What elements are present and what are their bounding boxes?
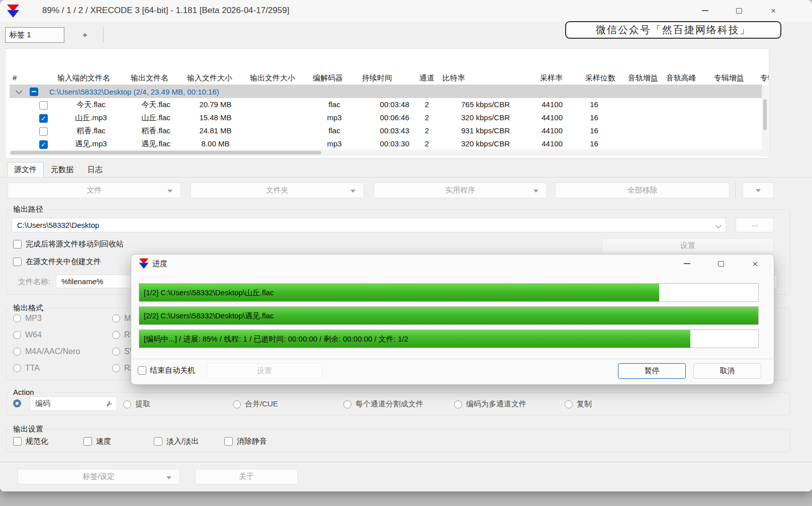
dialog-maximize-button[interactable]: [709, 256, 733, 272]
radio-unselected[interactable]: [13, 331, 21, 339]
action-option[interactable]: 编码为多通道文件: [454, 399, 526, 409]
panel-tab-1[interactable]: 源文件: [7, 162, 44, 178]
column-header[interactable]: 输入端的文件名: [54, 71, 128, 85]
format-option[interactable]: M: [112, 314, 131, 323]
radio-unselected[interactable]: [13, 314, 21, 322]
column-header[interactable]: 通道: [414, 71, 439, 85]
column-header[interactable]: 编解码器: [310, 71, 359, 85]
action-option[interactable]: 每个通道分割成文件: [343, 399, 423, 409]
table-row[interactable]: ✓遇见.mp3遇见.flac8.00 MBmp300:03:302320 kbp…: [10, 137, 762, 150]
row-checkbox[interactable]: [39, 101, 48, 110]
column-header[interactable]: 比特率: [439, 71, 515, 85]
about-button[interactable]: 关于: [195, 469, 298, 484]
toolbar-button-2[interactable]: 文件夹: [191, 183, 364, 198]
output-setting[interactable]: 淡入/淡出: [154, 437, 199, 446]
source-folder-checkbox[interactable]: [13, 258, 22, 266]
column-header[interactable]: 输入文件大小: [184, 71, 247, 85]
recycle-checkbox[interactable]: [13, 240, 22, 248]
radio-unselected[interactable]: [112, 331, 120, 339]
dialog-settings-button[interactable]: 设置: [207, 363, 322, 379]
group-checkbox-indeterminate[interactable]: [30, 88, 38, 96]
radio-unselected[interactable]: [13, 348, 21, 356]
row-checkbox[interactable]: [39, 127, 48, 136]
vertical-scrollbar[interactable]: [762, 85, 768, 156]
setting-checkbox[interactable]: [154, 437, 162, 446]
action-option[interactable]: 提取: [123, 399, 150, 409]
panel-tab-3[interactable]: 日志: [80, 162, 110, 178]
setting-checkbox[interactable]: [13, 437, 22, 446]
format-option[interactable]: W64: [13, 330, 42, 340]
toolbar-button-5[interactable]: [743, 183, 774, 198]
row-checkbox[interactable]: ✓: [39, 140, 48, 149]
cancel-button[interactable]: 取消: [693, 363, 761, 379]
column-header[interactable]: 音轨增益: [620, 71, 663, 85]
output-path-input[interactable]: C:\Users\58332\Desktop: [12, 218, 726, 232]
pause-button[interactable]: 暂停: [618, 363, 686, 379]
settings-button[interactable]: 设置: [602, 238, 774, 252]
column-header[interactable]: 持续时间: [359, 71, 414, 85]
chevron-down-icon[interactable]: [715, 222, 721, 228]
wrench-icon[interactable]: [106, 400, 113, 407]
encode-combo[interactable]: 编码: [30, 396, 117, 411]
action-option[interactable]: 合并/CUE: [233, 399, 278, 409]
action-option[interactable]: 复制: [565, 399, 592, 409]
column-header[interactable]: 采样位数: [568, 71, 620, 85]
cell-codec: mp3: [310, 111, 359, 124]
dialog-close-button[interactable]: ×: [744, 256, 767, 272]
cell-channels: 2: [414, 137, 439, 150]
setting-checkbox[interactable]: [83, 437, 92, 446]
radio-selected[interactable]: [13, 399, 21, 407]
format-option[interactable]: MP3: [13, 314, 42, 323]
toolbar-button-1[interactable]: 文件: [8, 183, 181, 198]
group-row[interactable]: C:\Users\58332\Desktop (2/4, 23.49 MB, 0…: [10, 85, 762, 98]
source-folder-checkbox-row[interactable]: 在源文件夹中创建文件: [13, 257, 101, 267]
horizontal-scrollbar[interactable]: [10, 149, 762, 156]
radio-unselected[interactable]: [565, 400, 573, 408]
radio-unselected[interactable]: [343, 400, 351, 408]
close-button[interactable]: ×: [762, 2, 785, 19]
panel-tab-2[interactable]: 元数据: [44, 162, 80, 178]
toolbar-button-3[interactable]: 实用程序: [374, 183, 547, 198]
radio-unselected[interactable]: [454, 400, 462, 408]
radio-unselected[interactable]: [13, 364, 21, 372]
dialog-minimize-button[interactable]: [675, 256, 698, 272]
format-option[interactable]: M4A/AAC/Nero: [13, 347, 80, 356]
minimize-button[interactable]: [693, 2, 716, 19]
output-setting[interactable]: 规范化: [13, 437, 48, 446]
column-header[interactable]: #: [10, 71, 54, 85]
table-row[interactable]: 稻香.flac稻香.flac24.81 MBflac00:03:432931 k…: [10, 124, 762, 137]
setting-checkbox[interactable]: [224, 437, 233, 446]
column-header[interactable]: 专辑高峰: [757, 71, 769, 85]
shutdown-checkbox[interactable]: [138, 366, 146, 375]
column-header[interactable]: 输出文件大小: [247, 71, 310, 85]
column-header[interactable]: 专辑增益: [711, 71, 757, 85]
toolbar-button-4[interactable]: 全部移除: [555, 183, 730, 198]
column-header[interactable]: 采样率: [515, 71, 568, 85]
radio-unselected[interactable]: [123, 400, 131, 408]
browse-button[interactable]: ...: [736, 218, 774, 232]
chevron-down-icon: [166, 476, 171, 479]
output-setting[interactable]: 速度: [83, 437, 111, 446]
vertical-scrollbar-thumb[interactable]: [763, 99, 767, 130]
column-header[interactable]: 输出文件名: [128, 71, 184, 85]
radio-unselected[interactable]: [112, 314, 120, 322]
output-setting[interactable]: 消除静音: [224, 437, 267, 446]
action-option-encode[interactable]: [13, 399, 21, 407]
row-checkbox[interactable]: ✓: [39, 114, 48, 123]
horizontal-scrollbar-thumb[interactable]: [11, 151, 321, 154]
chevron-down-icon[interactable]: [16, 88, 22, 94]
radio-unselected[interactable]: [112, 364, 120, 372]
format-option[interactable]: TTA: [13, 364, 40, 373]
maximize-button[interactable]: [728, 2, 751, 19]
table-row[interactable]: 今天.flac今天.flac20.79 MBflac00:03:482765 k…: [10, 98, 762, 111]
radio-unselected[interactable]: [233, 400, 241, 408]
column-header[interactable]: 音轨高峰: [663, 71, 711, 85]
tab-label-1[interactable]: 标签 1: [5, 27, 64, 43]
table-row[interactable]: ✓山丘.mp3山丘.flac15.48 MBmp300:06:462320 kb…: [10, 111, 762, 124]
add-tab-button[interactable]: +: [73, 27, 97, 43]
radio-unselected[interactable]: [112, 348, 120, 356]
cell-input_name: 遇见.mp3: [54, 137, 128, 150]
shutdown-checkbox-row[interactable]: 结束自动关机: [138, 366, 195, 375]
recycle-checkbox-row[interactable]: 完成后将源文件移动到回收站: [13, 239, 124, 249]
tags-settings-button[interactable]: 标签/设定: [18, 469, 180, 484]
